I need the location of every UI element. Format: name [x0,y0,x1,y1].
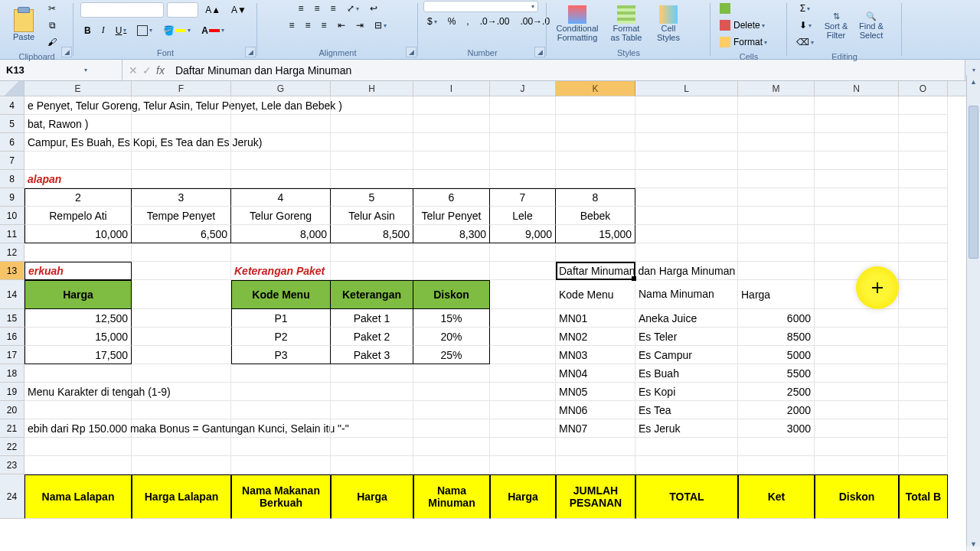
cell-O20[interactable] [899,401,948,419]
cell-E20[interactable] [24,401,132,419]
cell-M9[interactable] [738,188,815,207]
cell-G8[interactable] [231,170,331,188]
cell-G14[interactable]: Kode Menu [231,280,331,309]
worksheet-grid[interactable]: EFGHIJKLMNO 4e Penyet, Telur Goreng, Tel… [0,81,980,551]
cell-L19[interactable]: Es Kopi [635,383,738,401]
cell-M14[interactable]: Harga [738,280,815,309]
cell-K10[interactable]: Bebek [556,207,635,225]
format-painter-button[interactable]: 🖌 [44,34,60,50]
cell-G16[interactable]: P2 [231,328,331,346]
cell-I23[interactable] [413,456,490,474]
align-bottom-button[interactable]: ≡ [327,1,340,16]
cell-G10[interactable]: Telur Goreng [231,207,331,225]
cell-E7[interactable] [24,152,132,170]
cell-N20[interactable] [815,401,899,419]
cell-N16[interactable] [815,328,899,346]
cell-L17[interactable]: Es Campur [635,346,738,364]
row-header-14[interactable]: 14 [0,280,24,309]
column-header-O[interactable]: O [899,81,948,96]
cell-G17[interactable]: P3 [231,346,331,364]
shrink-font-button[interactable]: A▼ [227,2,250,18]
cell-F12[interactable] [132,243,231,262]
cell-J12[interactable] [490,243,556,262]
cell-L11[interactable] [635,225,738,243]
cell-L9[interactable] [635,188,738,207]
row-header-21[interactable]: 21 [0,419,24,438]
name-box[interactable]: ▾ [0,60,122,80]
cell-K21[interactable]: MN07 [556,419,635,438]
cell-I18[interactable] [413,364,490,383]
cell-L8[interactable] [635,170,738,188]
cell-E21[interactable]: ebih dari Rp 150.000 maka Bonus = Gantun… [24,419,132,438]
enter-formula-icon[interactable]: ✓ [142,64,152,77]
cell-L16[interactable]: Es Teler [635,328,738,346]
font-dialog-launcher[interactable]: ◢ [245,47,256,57]
cell-L5[interactable] [635,115,738,133]
cell-F4[interactable] [132,96,231,115]
cell-O9[interactable] [899,188,948,207]
cell-O14[interactable] [899,280,948,309]
align-right-button[interactable]: ≡ [318,18,331,33]
copy-button[interactable]: ⧉ [44,18,60,33]
cell-E9[interactable]: 2 [24,188,132,207]
video-progress-bar[interactable] [0,546,980,551]
cell-H16[interactable]: Paket 2 [331,328,413,346]
underline-button[interactable]: U▾ [112,22,131,38]
cell-I4[interactable] [413,96,490,115]
row-header-10[interactable]: 10 [0,207,24,225]
cell-E5[interactable]: bat, Rawon ) [24,115,132,133]
cell-J22[interactable] [490,438,556,456]
cell-O24[interactable]: Total B [899,474,948,519]
fx-icon[interactable]: fx [156,64,165,77]
cell-G6[interactable] [231,133,331,152]
cell-O22[interactable] [899,438,948,456]
cell-J15[interactable] [490,309,556,328]
select-all-button[interactable] [0,81,24,96]
cell-F18[interactable] [132,364,231,383]
column-header-E[interactable]: E [24,81,132,96]
cell-I5[interactable] [413,115,490,133]
row-header-7[interactable]: 7 [0,152,24,170]
cell-G21[interactable] [231,419,331,438]
cell-E23[interactable] [24,456,132,474]
borders-button[interactable]: ▾ [133,22,156,38]
cell-N12[interactable] [815,243,899,262]
cell-O5[interactable] [899,115,948,133]
cell-H9[interactable]: 5 [331,188,413,207]
cell-N18[interactable] [815,364,899,383]
cell-J10[interactable]: Lele [490,207,556,225]
cell-M21[interactable]: 3000 [738,419,815,438]
cell-H18[interactable] [331,364,413,383]
cell-E13[interactable]: erkuah [24,262,132,280]
cell-N24[interactable]: Diskon [815,474,899,519]
cell-K23[interactable] [556,456,635,474]
cell-G15[interactable]: P1 [231,309,331,328]
cell-M4[interactable] [738,96,815,115]
cell-O19[interactable] [899,383,948,401]
cell-H10[interactable]: Telur Asin [331,207,413,225]
row-header-20[interactable]: 20 [0,401,24,419]
row-header-8[interactable]: 8 [0,170,24,188]
cell-O6[interactable] [899,133,948,152]
cell-J8[interactable] [490,170,556,188]
cell-L22[interactable] [635,438,738,456]
cell-E22[interactable] [24,438,132,456]
cell-H19[interactable] [331,383,413,401]
cell-I24[interactable]: Nama Minuman [413,474,490,519]
cell-O12[interactable] [899,243,948,262]
number-dialog-launcher[interactable]: ◢ [534,47,545,57]
cell-J24[interactable]: Harga [490,474,556,519]
cell-I22[interactable] [413,438,490,456]
cell-M5[interactable] [738,115,815,133]
cell-G4[interactable] [231,96,331,115]
font-family-combo[interactable] [80,2,164,18]
cell-K17[interactable]: MN03 [556,346,635,364]
cell-L10[interactable] [635,207,738,225]
cell-G18[interactable] [231,364,331,383]
clipboard-dialog-launcher[interactable]: ◢ [61,47,72,57]
cell-K15[interactable]: MN01 [556,309,635,328]
cell-K6[interactable] [556,133,635,152]
row-header-23[interactable]: 23 [0,456,24,474]
cell-L14[interactable]: Nama Minuman [635,280,738,309]
cell-I20[interactable] [413,401,490,419]
